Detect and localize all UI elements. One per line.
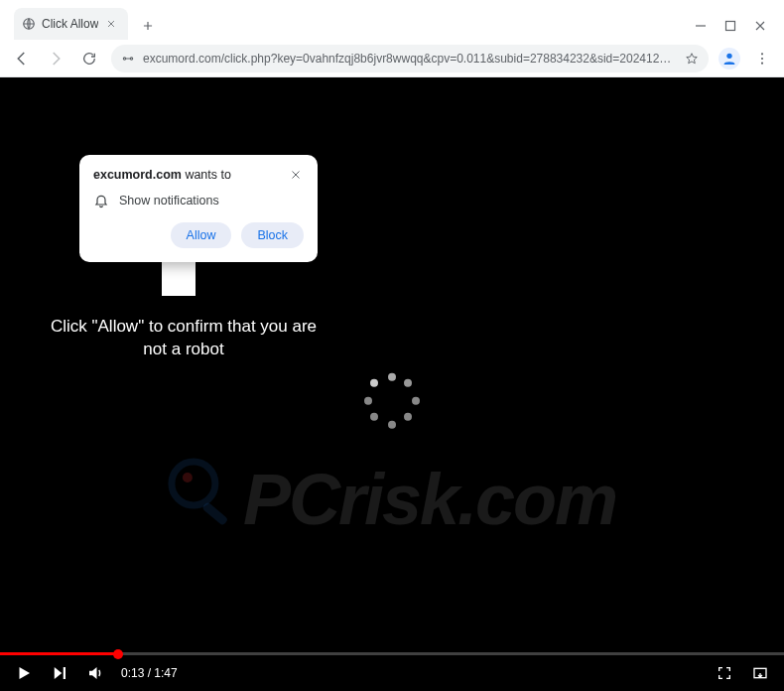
svg-point-7 bbox=[761, 62, 763, 64]
svg-point-3 bbox=[130, 57, 132, 59]
allow-button[interactable]: Allow bbox=[171, 222, 232, 248]
svg-rect-1 bbox=[726, 22, 735, 31]
tab-title: Click Allow bbox=[42, 17, 98, 31]
browser-tab[interactable]: Click Allow bbox=[14, 8, 128, 40]
permission-close-icon[interactable] bbox=[288, 167, 304, 183]
url-text: excumord.com/click.php?key=0vahnfzqj8b6j… bbox=[143, 52, 677, 66]
svg-point-9 bbox=[183, 473, 193, 483]
site-info-icon[interactable] bbox=[121, 52, 135, 66]
bell-icon bbox=[93, 193, 109, 208]
back-button[interactable] bbox=[10, 47, 34, 70]
page-content: excumord.com wants to Show notifications… bbox=[0, 77, 784, 691]
bookmark-star-icon[interactable] bbox=[685, 52, 699, 66]
svg-point-4 bbox=[726, 53, 731, 58]
tab-close-icon[interactable] bbox=[104, 17, 118, 31]
svg-point-6 bbox=[761, 57, 763, 59]
play-icon[interactable] bbox=[14, 663, 34, 683]
maximize-icon[interactable] bbox=[724, 20, 736, 32]
svg-point-2 bbox=[123, 57, 125, 59]
permission-title: excumord.com wants to bbox=[93, 168, 231, 182]
instruction-text: Click "Allow" to confirm that you are no… bbox=[40, 316, 327, 361]
permission-description: Show notifications bbox=[119, 194, 219, 207]
svg-rect-10 bbox=[201, 501, 228, 525]
forward-button[interactable] bbox=[44, 47, 67, 70]
video-control-bar: 0:13 / 1:47 bbox=[0, 655, 784, 691]
browser-menu-button[interactable] bbox=[750, 47, 774, 70]
window-titlebar: Click Allow bbox=[0, 0, 784, 40]
svg-point-8 bbox=[172, 462, 215, 505]
video-time: 0:13 / 1:47 bbox=[121, 666, 178, 680]
block-button[interactable]: Block bbox=[241, 222, 304, 248]
profile-avatar[interactable] bbox=[719, 48, 740, 69]
next-icon[interactable] bbox=[50, 663, 69, 683]
close-window-icon[interactable] bbox=[754, 20, 766, 32]
minimize-icon[interactable] bbox=[695, 20, 707, 32]
fullscreen-icon[interactable] bbox=[715, 663, 734, 683]
notification-permission-prompt: excumord.com wants to Show notifications… bbox=[79, 155, 318, 262]
reload-button[interactable] bbox=[77, 47, 101, 70]
svg-point-5 bbox=[761, 53, 763, 55]
window-controls bbox=[695, 20, 776, 40]
watermark-text: PCrisk.com bbox=[168, 458, 616, 541]
popout-icon[interactable] bbox=[750, 663, 770, 683]
volume-icon[interactable] bbox=[85, 663, 105, 683]
address-bar[interactable]: excumord.com/click.php?key=0vahnfzqj8b6j… bbox=[111, 45, 709, 72]
globe-icon bbox=[22, 17, 36, 31]
loading-spinner-icon bbox=[364, 373, 420, 429]
new-tab-button[interactable] bbox=[134, 12, 162, 40]
magnifier-icon bbox=[168, 458, 235, 541]
browser-toolbar: excumord.com/click.php?key=0vahnfzqj8b6j… bbox=[0, 40, 784, 77]
